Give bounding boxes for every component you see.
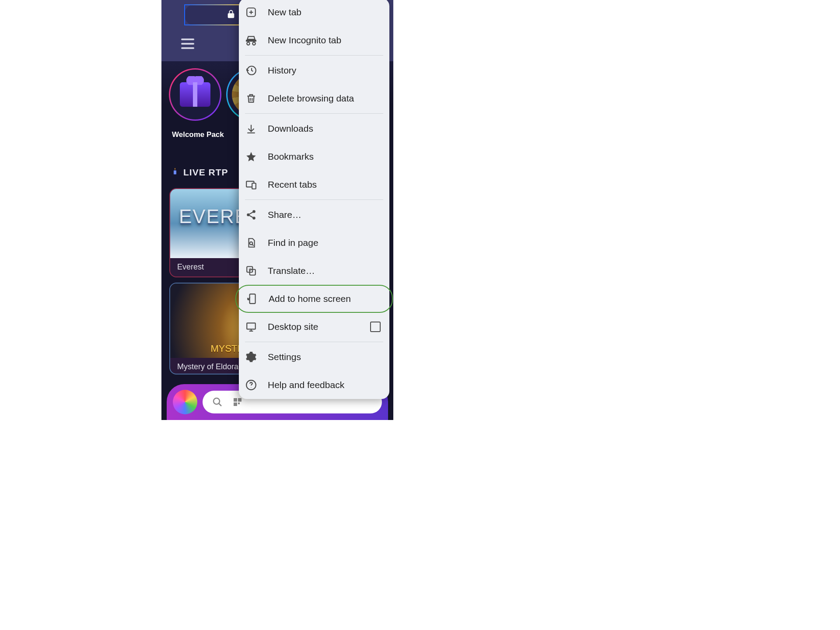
svg-point-1 (214, 398, 220, 404)
svg-line-19 (249, 216, 253, 217)
svg-line-18 (249, 212, 253, 214)
menu-history-label: History (268, 65, 381, 76)
menu-divider (245, 200, 383, 200)
svg-rect-26 (247, 323, 256, 329)
menu-recent-tabs[interactable]: Recent tabs (239, 171, 389, 199)
menu-divider (245, 55, 383, 56)
download-icon (245, 123, 257, 134)
menu-find-in-page[interactable]: Find in page (239, 229, 389, 257)
svg-rect-6 (238, 402, 240, 404)
svg-rect-3 (234, 398, 237, 402)
menu-find-label: Find in page (268, 238, 381, 248)
svg-point-16 (252, 210, 256, 213)
menu-history[interactable]: History (239, 56, 389, 84)
desktop-site-checkbox[interactable] (370, 322, 381, 332)
menu-share[interactable]: Share… (239, 201, 389, 229)
devices-icon (245, 179, 257, 190)
candle-icon (171, 167, 179, 178)
menu-bookmarks-label: Bookmarks (268, 151, 381, 162)
history-icon (245, 65, 257, 76)
find-in-page-icon (245, 237, 257, 248)
chrome-overflow-menu: New tab New Incognito tab History Delete… (239, 0, 389, 399)
menu-help[interactable]: Help and feedback (239, 371, 389, 399)
add-to-home-icon (246, 293, 258, 304)
wheel-icon[interactable] (173, 390, 197, 414)
svg-rect-25 (250, 294, 256, 304)
menu-translate-label: Translate… (268, 266, 381, 276)
menu-bookmarks[interactable]: Bookmarks (239, 143, 389, 171)
desktop-icon (245, 321, 257, 332)
lock-icon (226, 9, 236, 21)
menu-delete-data-label: Delete browsing data (268, 93, 381, 104)
phone-screen: Cas Welcome Pack LIVE RTP EVERE 21 Evere… (161, 0, 393, 420)
svg-rect-14 (252, 183, 256, 189)
menu-settings[interactable]: Settings (239, 343, 389, 371)
help-icon (245, 379, 257, 391)
hamburger-menu-button[interactable] (181, 38, 194, 49)
incognito-icon (245, 35, 257, 46)
menu-downloads[interactable]: Downloads (239, 115, 389, 143)
menu-settings-label: Settings (268, 352, 381, 362)
menu-add-home-label: Add to home screen (269, 294, 383, 304)
menu-new-incognito-label: New Incognito tab (268, 35, 381, 46)
menu-divider (245, 342, 383, 342)
svg-line-2 (219, 403, 221, 406)
trash-icon (245, 93, 257, 104)
svg-line-21 (252, 244, 253, 245)
menu-desktop-site[interactable]: Desktop site (239, 313, 389, 341)
star-icon (245, 151, 257, 162)
menu-new-tab-label: New tab (268, 7, 381, 18)
translate-icon: G (245, 265, 257, 276)
svg-point-15 (247, 214, 250, 217)
welcome-pack-label: Welcome Pack (172, 130, 224, 139)
menu-new-tab[interactable]: New tab (239, 0, 389, 26)
menu-downloads-label: Downloads (268, 123, 381, 134)
menu-help-label: Help and feedback (268, 380, 381, 390)
menu-recent-tabs-label: Recent tabs (268, 179, 381, 190)
svg-point-17 (252, 217, 256, 220)
svg-rect-5 (234, 402, 237, 406)
welcome-pack-gift[interactable] (169, 68, 221, 121)
menu-delete-data[interactable]: Delete browsing data (239, 84, 389, 112)
search-icon (212, 397, 223, 407)
share-icon (245, 209, 257, 220)
menu-new-incognito[interactable]: New Incognito tab (239, 26, 389, 54)
svg-text:G: G (249, 267, 252, 272)
svg-rect-0 (174, 171, 176, 175)
menu-add-to-home-screen[interactable]: Add to home screen (235, 285, 393, 313)
live-rtp-heading: LIVE RTP (183, 167, 228, 178)
everest-logo-text: EVERE (179, 206, 248, 228)
plus-square-icon (245, 7, 257, 18)
menu-divider (245, 113, 383, 114)
menu-share-label: Share… (268, 210, 381, 220)
gear-icon (245, 351, 257, 363)
menu-translate[interactable]: G Translate… (239, 257, 389, 285)
gift-icon (180, 82, 210, 107)
menu-desktop-label: Desktop site (268, 322, 360, 332)
